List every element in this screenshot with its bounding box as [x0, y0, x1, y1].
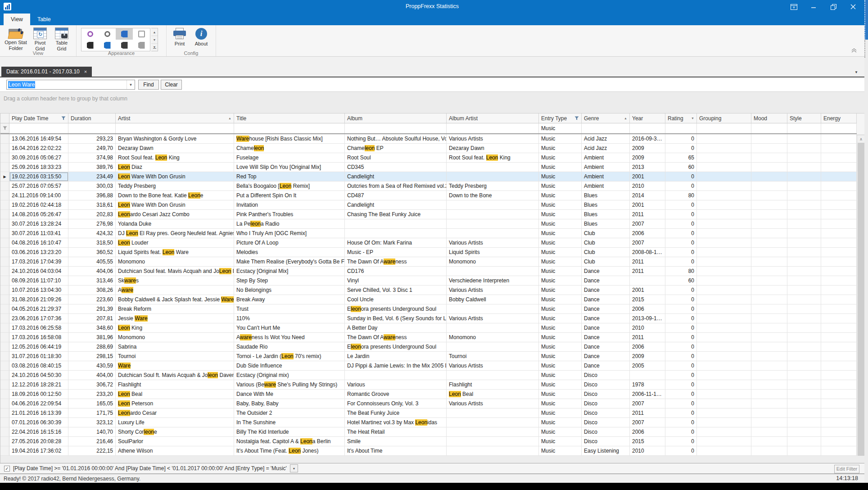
cell-duration[interactable]: 308,26	[68, 286, 116, 295]
cell-year[interactable]: 2006	[630, 427, 665, 437]
cell-artist[interactable]: Monomono	[116, 257, 234, 267]
cell-rating[interactable]: 60	[665, 276, 697, 286]
cell-duration[interactable]: 298,15	[68, 352, 116, 361]
cell-duration[interactable]: 306,72	[68, 380, 116, 390]
cell-artist[interactable]: Leon Louder	[116, 238, 234, 248]
cell-grouping[interactable]	[697, 163, 751, 172]
cell-genre[interactable]: Dance	[582, 323, 630, 333]
cell-year[interactable]: 2006	[630, 342, 665, 352]
cell-energy[interactable]	[821, 390, 857, 399]
cell-rating[interactable]: 0	[665, 333, 697, 342]
table-row[interactable]: 16.04.2016 22:02:22249,70Dezaray DawnCha…	[0, 144, 857, 153]
cell-year[interactable]: 2011	[630, 333, 665, 342]
cell-style[interactable]	[787, 342, 821, 352]
cell-mood[interactable]	[751, 399, 787, 408]
cell-genre[interactable]: Dance	[582, 276, 630, 286]
row-indicator[interactable]	[0, 200, 9, 210]
cell-play-date-time[interactable]: 27.05.2016 20:08:28	[9, 437, 68, 446]
cell-rating[interactable]: 0	[665, 352, 697, 361]
cell-mood[interactable]	[751, 172, 787, 181]
cell-rating[interactable]: 0	[665, 371, 697, 380]
cell-artist[interactable]: SoulParlor	[116, 437, 234, 446]
cell-style[interactable]	[787, 361, 821, 371]
cell-album[interactable]: Smile	[345, 437, 447, 446]
cell-play-date-time[interactable]: 18.09.2016 00:12:50	[9, 390, 68, 399]
cell-mood[interactable]	[751, 276, 787, 286]
table-row[interactable]: ▶19.02.2016 03:15:50234,49Leon Ware With…	[0, 172, 857, 181]
table-row[interactable]: 30.07.2016 13:28:24276,98Yolanda DukeLa …	[0, 219, 857, 229]
cell-year[interactable]: 2010	[630, 181, 665, 191]
cell-year[interactable]: 2013	[630, 163, 665, 172]
cell-genre[interactable]: Disco	[582, 371, 630, 380]
cell-grouping[interactable]	[697, 323, 751, 333]
cell-style[interactable]	[787, 304, 821, 314]
cell-year[interactable]: 2016-09-3…	[630, 134, 665, 144]
row-indicator[interactable]	[0, 191, 9, 200]
cell-style[interactable]	[787, 437, 821, 446]
cell-grouping[interactable]	[697, 238, 751, 248]
cell-energy[interactable]	[821, 229, 857, 238]
cell-duration[interactable]: 318,50	[68, 238, 116, 248]
cell-energy[interactable]	[821, 219, 857, 229]
cell-title[interactable]: Fuselage	[234, 153, 345, 163]
cell-album-artist[interactable]: Various Artists	[447, 238, 539, 248]
cell-mood[interactable]	[751, 286, 787, 295]
cell-entry-type[interactable]: Music	[539, 446, 582, 456]
cell-year[interactable]: 2007	[630, 219, 665, 229]
table-row[interactable]: 04.08.2016 16:10:47318,50Leon LouderPict…	[0, 238, 857, 248]
cell-grouping[interactable]	[697, 191, 751, 200]
row-indicator[interactable]	[0, 427, 9, 437]
cell-title[interactable]: Dance With Me	[234, 390, 345, 399]
row-indicator[interactable]	[0, 144, 9, 153]
cell-entry-type[interactable]: Music	[539, 248, 582, 257]
cell-play-date-time[interactable]: 30.07.2016 11:03:41	[9, 229, 68, 238]
cell-grouping[interactable]	[697, 144, 751, 153]
cell-year[interactable]: 2009	[630, 144, 665, 153]
skin-swatch-office2013-dark[interactable]	[116, 40, 133, 51]
cell-play-date-time[interactable]: 07.01.2016 06:30:39	[9, 418, 68, 427]
row-indicator[interactable]	[0, 323, 9, 333]
cell-duration[interactable]: 171,75	[68, 408, 116, 418]
cell-play-date-time[interactable]: 03.08.2016 08:40:15	[9, 361, 68, 371]
cell-play-date-time[interactable]: 17.03.2016 06:25:58	[9, 323, 68, 333]
column-header-genre[interactable]: Genre▲	[582, 113, 630, 123]
cell-grouping[interactable]	[697, 295, 751, 304]
row-indicator[interactable]	[0, 437, 9, 446]
cell-genre[interactable]: Disco	[582, 427, 630, 437]
cell-album[interactable]: For Connoisseurs Only, Vol. 3	[345, 399, 447, 408]
cell-grouping[interactable]	[697, 446, 751, 456]
print-button[interactable]: Print	[169, 27, 190, 50]
cell-artist[interactable]: Leon Diaz	[116, 163, 234, 172]
cell-genre[interactable]: Blues	[582, 200, 630, 210]
close-icon[interactable]	[847, 2, 859, 12]
cell-grouping[interactable]	[697, 371, 751, 380]
cell-title[interactable]: Warehouse [Rishi Bass Classic Mix]	[234, 134, 345, 144]
cell-duration[interactable]: 140,70	[68, 427, 116, 437]
cell-grouping[interactable]	[697, 210, 751, 219]
vertical-scrollbar[interactable]: ∧	[857, 135, 865, 456]
open-stat-folder-button[interactable]: Open Stat Folder	[3, 27, 29, 50]
cell-album-artist[interactable]: Teddy Presberg	[447, 181, 539, 191]
cell-album[interactable]: CD176	[345, 267, 447, 276]
cell-year[interactable]: 2015	[630, 437, 665, 446]
cell-album-artist[interactable]: Down to the Bone	[447, 191, 539, 200]
table-row[interactable]: 19.02.2016 02:44:18318,61Leon Ware With …	[0, 200, 857, 210]
table-row[interactable]: 12.12.2016 18:28:21306,72FlashlightVario…	[0, 380, 857, 390]
cell-genre[interactable]: Disco	[582, 380, 630, 390]
cell-album-artist[interactable]: Dezaray Dawn	[447, 144, 539, 153]
cell-energy[interactable]	[821, 210, 857, 219]
row-indicator[interactable]	[0, 342, 9, 352]
cell-album[interactable]: Chasing The Beat Funky Juice	[345, 210, 447, 219]
cell-energy[interactable]	[821, 399, 857, 408]
cell-artist[interactable]: Break Reform	[116, 304, 234, 314]
cell-mood[interactable]	[751, 295, 787, 304]
table-row[interactable]: 31.07.2016 01:18:30298,15TournoiTornoi -…	[0, 352, 857, 361]
cell-genre[interactable]: Blues	[582, 210, 630, 219]
skin-swatch-office2013-blue[interactable]	[99, 40, 116, 51]
table-row[interactable]: 03.08.2016 08:40:15430,59WareDub Side In…	[0, 361, 857, 371]
cell-genre[interactable]: Club	[582, 238, 630, 248]
cell-artist[interactable]: Athene Wilson	[116, 446, 234, 456]
cell-album-artist[interactable]	[447, 323, 539, 333]
cell-entry-type[interactable]: Music	[539, 286, 582, 295]
row-indicator[interactable]	[0, 408, 9, 418]
